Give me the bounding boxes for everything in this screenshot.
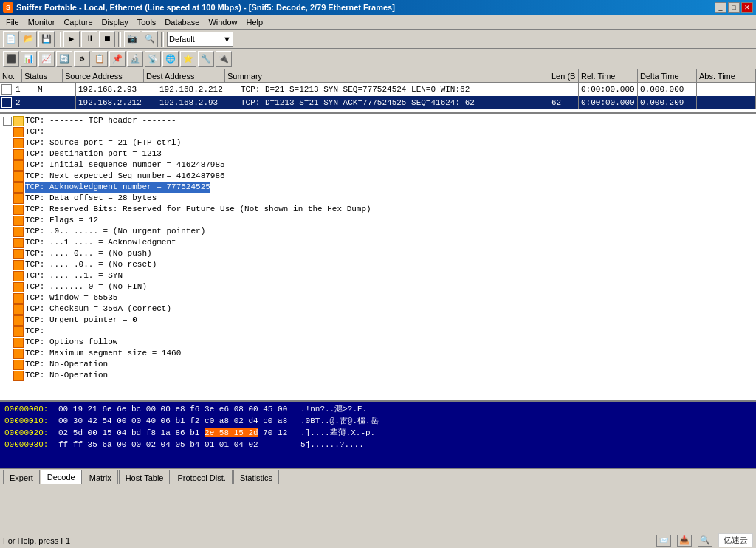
restore-button[interactable]: □ [728,2,740,13]
decode-pane[interactable]: -TCP: ------- TCP header -------TCP:TCP:… [0,114,756,402]
decode-row-22[interactable]: TCP: No-Operation [3,359,753,370]
start-capture[interactable]: ▶ [63,31,80,47]
hex-row-0: 00000000:00 19 21 6e 6e bc 00 00 e8 f6 3… [4,403,752,415]
pkt-delta-1: 0.000.000 [638,83,697,96]
decode-row-8[interactable]: TCP: Reserved Bits: Reserved for Future … [3,204,753,215]
menu-capture[interactable]: Capture [59,16,97,28]
expand-icon[interactable]: - [3,117,12,126]
decode-line-text-5: TCP: Next expected Seq number= 416248798… [25,171,225,182]
tb2-btn3[interactable]: 📈 [38,51,55,67]
header-dst: Dest Address [144,69,225,82]
decode-row-14[interactable]: TCP: .... ..1. = SYN [3,270,753,281]
menu-monitor[interactable]: Monitor [24,16,60,28]
title-controls[interactable]: _ □ ✕ [715,2,753,13]
tab-expert[interactable]: Expert [3,470,40,484]
menu-display[interactable]: Display [97,16,133,28]
tab-host-table[interactable]: Host Table [119,470,171,484]
decode-row-12[interactable]: TCP: .... 0... = (No push) [3,248,753,259]
open-button[interactable]: 📂 [21,31,37,47]
page-icon [13,193,24,204]
save-button[interactable]: 💾 [38,31,55,47]
tab-protocol-dist.[interactable]: Protocol Dist. [171,470,232,484]
pkt-reltime-2: 0:00:00.000 [579,96,638,109]
header-abs: Abs. Time [697,69,756,82]
status-icon-3: 🔍 [698,535,712,547]
decode-row-17[interactable]: TCP: Checksum = 356A (correct) [3,304,753,315]
hex-ascii-3: 5j......?.... [300,439,364,451]
decode-row-18[interactable]: TCP: Urgent pointer = 0 [3,315,753,326]
checkbox-1[interactable] [1,84,12,95]
page-icon [13,171,24,182]
decode-row-0[interactable]: -TCP: ------- TCP header ------- [3,115,753,126]
decode-line-text-11: TCP: ...1 .... = Acknowledgment [25,237,176,248]
hex-bytes-3: ff ff 35 6a 00 00 02 04 05 b4 01 01 04 0… [58,439,295,451]
hex-offset-0: 00000000: [4,403,52,415]
pause-capture[interactable]: ⏸ [81,31,97,47]
dropdown-arrow[interactable]: ▼ [223,35,231,44]
tb2-btn6[interactable]: 📋 [92,51,108,67]
close-button[interactable]: ✕ [741,2,753,13]
menu-help[interactable]: Help [242,16,268,28]
tb2-btn2[interactable]: 📊 [21,51,37,67]
packet-row-1[interactable]: 1 M 192.168.2.93 192.168.2.212 TCP: D=21… [0,83,756,96]
decode-row-5[interactable]: TCP: Next expected Seq number= 416248798… [3,171,753,182]
stop-capture[interactable]: ⏹ [99,31,115,47]
header-reltime: Rel. Time [579,69,638,82]
tb2-btn5[interactable]: ⚙ [74,51,90,67]
decode-row-9[interactable]: TCP: Flags = 12 [3,215,753,226]
decode-row-23[interactable]: TCP: No-Operation [3,370,753,381]
menu-file[interactable]: File [1,16,24,28]
decode-row-10[interactable]: TCP: .0.. ..... = (No urgent pointer) [3,226,753,237]
hex-ascii-0: .!nn?..瀍>?.E. [300,403,367,415]
filter-button[interactable]: 🔍 [142,31,158,47]
tb2-btn4[interactable]: 🔄 [56,51,72,67]
page-icon [13,282,24,292]
tb2-btn8[interactable]: 🔬 [127,51,143,67]
checkbox-2[interactable] [1,97,12,108]
title-bar: S Sniffer Portable - Local, Ethernet (Li… [0,0,756,15]
menu-tools[interactable]: Tools [133,16,161,28]
camera-button[interactable]: 📷 [124,31,140,47]
hex-highlight-2: 2e 58 15 2d [205,428,258,437]
decode-row-19[interactable]: TCP: [3,326,753,337]
decode-row-4[interactable]: TCP: Initial sequence number = 416248798… [3,160,753,171]
decode-line-text-14: TCP: .... ..1. = SYN [25,270,123,281]
tb2-btn9[interactable]: 📡 [145,51,161,67]
tab-statistics[interactable]: Statistics [233,470,279,484]
menu-database[interactable]: Database [160,16,204,28]
minimize-button[interactable]: _ [715,2,726,13]
new-button[interactable]: 📄 [3,31,19,47]
decode-row-1[interactable]: TCP: [3,126,753,137]
pkt-delta-2: 0.000.209 [638,96,697,109]
decode-row-6[interactable]: TCP: Acknowledgment number = 777524525 [3,182,753,193]
decode-row-15[interactable]: TCP: ....... 0 = (No FIN) [3,281,753,292]
pkt-reltime-1: 0:00:00.000 [579,83,638,96]
tb2-btn11[interactable]: ⭐ [180,51,196,67]
decode-row-16[interactable]: TCP: Window = 65535 [3,292,753,304]
app-icon: S [3,2,13,13]
filter-dropdown[interactable]: Default ▼ [167,32,233,47]
packet-row-2[interactable]: 2 192.168.2.212 192.168.2.93 TCP: D=1213… [0,96,756,109]
decode-row-11[interactable]: TCP: ...1 .... = Acknowledgment [3,237,753,248]
pkt-status-1: M [35,83,76,96]
decode-row-21[interactable]: TCP: Maximum segment size = 1460 [3,348,753,359]
decode-row-2[interactable]: TCP: Source port = 21 (FTP-ctrl) [3,137,753,148]
decode-row-20[interactable]: TCP: Options follow [3,337,753,348]
tb2-btn1[interactable]: ⬛ [3,51,19,67]
decode-line-text-12: TCP: .... 0... = (No push) [25,248,152,259]
pkt-dst-1: 192.168.2.212 [157,83,238,96]
hex-pane: 00000000:00 19 21 6e 6e bc 00 00 e8 f6 3… [0,402,756,468]
decode-row-13[interactable]: TCP: .... .0.. = (No reset) [3,259,753,270]
tb2-btn10[interactable]: 🌐 [162,51,179,67]
tb2-btn13[interactable]: 🔌 [216,51,232,67]
decode-row-3[interactable]: TCP: Destination port = 1213 [3,148,753,160]
decode-line-text-7: TCP: Data offset = 28 bytes [25,193,157,204]
page-icon [13,349,24,359]
menu-window[interactable]: Window [204,16,241,28]
tab-matrix[interactable]: Matrix [83,470,118,484]
tab-decode[interactable]: Decode [41,470,82,484]
tb2-btn7[interactable]: 📌 [109,51,126,67]
tb2-btn12[interactable]: 🔧 [198,51,214,67]
packet-list: No. Status Source Address Dest Address S… [0,69,756,114]
decode-row-7[interactable]: TCP: Data offset = 28 bytes [3,193,753,204]
